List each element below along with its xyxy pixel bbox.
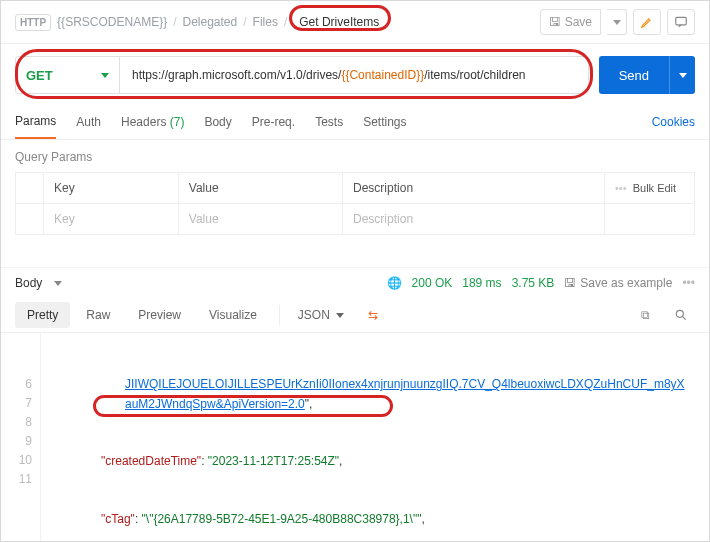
send-dropdown[interactable] [669, 56, 695, 94]
top-actions: 🖫 Save [540, 9, 695, 35]
response-time: 189 ms [462, 276, 501, 290]
chevron-down-icon [336, 313, 344, 318]
query-params-title: Query Params [15, 150, 695, 164]
wrap-lines-button[interactable]: ⇆ [356, 302, 390, 328]
request-tabs: Params Auth Headers (7) Body Pre-req. Te… [1, 104, 709, 140]
response-body[interactable]: 67891011 JIIWQILEJOUELOIJILLESPEUrKznIi0… [1, 333, 709, 542]
breadcrumb-item[interactable]: {{SRSCODENAME}} [57, 15, 167, 29]
response-stats: 🌐 200 OK 189 ms 3.75 KB 🖫 Save as exampl… [387, 276, 695, 290]
http-method-select[interactable]: GET [16, 57, 120, 93]
separator [279, 305, 280, 325]
url-text-suffix: /items/root/children [424, 68, 525, 82]
col-checkbox [16, 173, 44, 204]
value-cell[interactable]: Value [178, 204, 342, 235]
svg-rect-0 [676, 17, 687, 25]
key-cell[interactable]: Key [44, 204, 179, 235]
network-icon[interactable]: 🌐 [387, 276, 402, 290]
http-badge: HTTP [15, 14, 51, 31]
url-text-prefix: https://graph.microsoft.com/v1.0/drives/ [132, 68, 341, 82]
view-preview[interactable]: Preview [126, 302, 193, 328]
save-label: Save [565, 15, 592, 29]
table-row[interactable]: Key Value Description [16, 204, 695, 235]
query-params-section: Query Params Key Value Description ••• B… [1, 140, 709, 235]
breadcrumb-item[interactable]: Delegated [183, 15, 238, 29]
copy-button[interactable]: ⧉ [631, 302, 659, 328]
view-visualize[interactable]: Visualize [197, 302, 269, 328]
response-body-tab[interactable]: Body [15, 276, 42, 290]
tab-auth[interactable]: Auth [76, 104, 101, 139]
format-select[interactable]: JSON [290, 302, 352, 328]
col-key: Key [44, 173, 179, 204]
comment-button[interactable] [667, 9, 695, 35]
chevron-down-icon [679, 73, 687, 78]
request-url-row: GET https://graph.microsoft.com/v1.0/dri… [1, 44, 709, 104]
tab-prereq[interactable]: Pre-req. [252, 104, 295, 139]
edit-button[interactable] [633, 9, 661, 35]
desc-cell[interactable]: Description [343, 204, 605, 235]
chevron-down-icon[interactable] [54, 281, 62, 286]
response-size: 3.75 KB [512, 276, 555, 290]
response-header: Body 🌐 200 OK 189 ms 3.75 KB 🖫 Save as e… [1, 267, 709, 298]
table-header-row: Key Value Description ••• Bulk Edit [16, 173, 695, 204]
tab-headers[interactable]: Headers (7) [121, 104, 184, 139]
tab-settings[interactable]: Settings [363, 104, 406, 139]
breadcrumb-current: Get DriveItems [293, 13, 385, 31]
breadcrumb-bar: HTTP {{SRSCODENAME}} / Delegated / Files… [1, 1, 709, 44]
comment-icon [674, 15, 688, 29]
tab-label: Headers [121, 115, 166, 129]
method-label: GET [26, 68, 53, 83]
cookies-link[interactable]: Cookies [652, 115, 695, 129]
more-icon[interactable]: ••• [682, 276, 695, 290]
code-content: JIIWQILEJOUELOIJILLESPEUrKznIi0IIonex4xn… [41, 333, 709, 542]
save-dropdown[interactable] [607, 9, 627, 35]
headers-count: (7) [170, 115, 185, 129]
status-code: 200 OK [412, 276, 453, 290]
send-group: Send [599, 56, 695, 94]
pencil-icon [640, 15, 654, 29]
view-raw[interactable]: Raw [74, 302, 122, 328]
query-params-table: Key Value Description ••• Bulk Edit Key … [15, 172, 695, 235]
save-as-example[interactable]: 🖫 Save as example [564, 276, 672, 290]
tab-tests[interactable]: Tests [315, 104, 343, 139]
url-variable: {{ContainedID}} [341, 68, 424, 82]
breadcrumb-sep: / [284, 15, 287, 29]
col-actions: ••• Bulk Edit [605, 173, 695, 204]
line-gutter: 67891011 [1, 333, 41, 542]
view-pretty[interactable]: Pretty [15, 302, 70, 328]
link[interactable]: JIIWQILEJOUELOIJILLESPEUrKznIi0IIonex4xn… [125, 377, 685, 410]
save-icon: 🖫 [549, 15, 561, 29]
tab-params[interactable]: Params [15, 104, 56, 139]
search-button[interactable] [667, 302, 695, 328]
col-desc: Description [343, 173, 605, 204]
url-input[interactable]: https://graph.microsoft.com/v1.0/drives/… [120, 57, 588, 93]
breadcrumb-sep: / [243, 15, 246, 29]
search-icon [674, 308, 688, 322]
breadcrumb-item[interactable]: Files [253, 15, 278, 29]
svg-point-1 [676, 310, 683, 317]
chevron-down-icon [613, 20, 621, 25]
tab-body[interactable]: Body [204, 104, 231, 139]
response-toolbar: Pretty Raw Preview Visualize JSON ⇆ ⧉ [1, 298, 709, 333]
toolbar-right: ⧉ [631, 302, 695, 328]
chevron-down-icon [101, 73, 109, 78]
save-button[interactable]: 🖫 Save [540, 9, 601, 35]
breadcrumb-sep: / [173, 15, 176, 29]
bulk-edit-link[interactable]: Bulk Edit [633, 182, 676, 194]
send-button[interactable]: Send [599, 56, 669, 94]
method-url-group: GET https://graph.microsoft.com/v1.0/dri… [15, 56, 589, 94]
col-value: Value [178, 173, 342, 204]
